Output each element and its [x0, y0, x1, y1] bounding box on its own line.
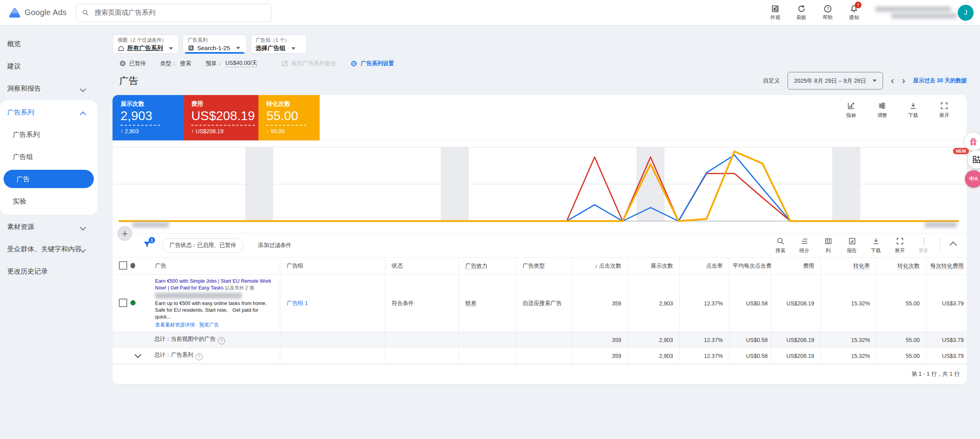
sidebar-item-insights[interactable]: 洞察和报告	[0, 77, 113, 99]
sum-ctr: 12.37%	[679, 348, 729, 364]
download-icon	[909, 101, 918, 110]
avatar[interactable]: J	[958, 5, 974, 21]
table-segment-button[interactable]: 细分	[794, 237, 814, 254]
table-expand-button[interactable]: 展开	[890, 237, 910, 254]
scorecard-label: 费用	[191, 100, 258, 108]
column-header-ad-strength[interactable]: 广告效力	[459, 258, 516, 275]
refresh-button[interactable]: 刷新	[791, 4, 812, 21]
notification-badge: !	[855, 2, 862, 8]
chevron-up-icon	[81, 112, 85, 120]
row-checkbox[interactable]	[119, 299, 127, 307]
campaign-settings-button[interactable]: 广告系列设置	[350, 60, 394, 67]
summary-label: 总计：当前视图中的广告	[154, 336, 215, 342]
column-header-status[interactable]: 状态	[385, 258, 459, 275]
column-header-ctr[interactable]: 点击率	[679, 258, 729, 275]
google-ads-logo[interactable]: Google Ads	[0, 7, 76, 18]
column-header-cost-per-conv[interactable]: 每次转化费用	[926, 258, 967, 275]
sidebar-item-experiments[interactable]: 实验	[0, 190, 97, 212]
chart-metrics-button[interactable]: 指标	[841, 101, 861, 140]
sidebar-item-audiences[interactable]: 受众群体、关键字和内容	[0, 238, 113, 260]
clicks-cell: 359	[572, 275, 628, 332]
help-circle-icon[interactable]: ?	[218, 337, 225, 344]
campaign-filter-label: 广告系列	[188, 37, 243, 44]
date-range-picker[interactable]: 2025年 8月 29日 – 9月 28日	[788, 72, 883, 89]
adgroup-filter-select[interactable]: 广告组（1 个） 选择广告组	[250, 35, 307, 54]
sidebar-item-assets[interactable]: 素材资源	[0, 216, 113, 238]
help-circle-icon[interactable]: ?	[196, 353, 203, 360]
ad-detail-links[interactable]: 查看素材资源详情 · 预览广告	[155, 322, 274, 328]
view-filter-select[interactable]: 视图（2 个过滤条件） 所有广告系列	[113, 35, 179, 54]
performance-chart[interactable]	[113, 141, 967, 233]
notifications-button[interactable]: ! 通知	[844, 4, 864, 21]
ad-description: Earn up to €500 with easy online tasks f…	[155, 300, 274, 321]
chevron-down-icon	[81, 227, 85, 235]
type-value: 搜索	[180, 60, 191, 67]
column-header-cost[interactable]: 费用	[771, 258, 821, 275]
table-header-row: 广告 广告组 状态 广告效力 广告类型 ↓点击次数 展示次数 点击率 平均每次点…	[113, 258, 967, 275]
sidebar-item-campaigns[interactable]: 广告系列	[0, 123, 97, 146]
sidebar-item-change-history[interactable]: 更改历史记录	[0, 260, 113, 282]
table-tool-label: 报告	[847, 247, 857, 254]
column-header-ad-type[interactable]: 广告类型	[516, 258, 572, 275]
collapse-table-button[interactable]	[947, 237, 960, 253]
campaign-paused-status[interactable]: 已暂停	[119, 60, 146, 67]
expand-summary-chevron[interactable]	[135, 351, 142, 358]
column-header-conversions[interactable]: 转化次数	[877, 258, 926, 275]
select-all-checkbox[interactable]	[119, 261, 127, 270]
chevron-up-icon	[949, 241, 957, 249]
sum-avg-cpc: US$0.58	[729, 348, 771, 364]
sidebar-item-recommendations[interactable]: 建议	[0, 55, 113, 77]
budget-value[interactable]: US$40.00/天	[225, 60, 257, 67]
column-header-conv-rate[interactable]: 转化率	[821, 258, 877, 275]
column-header-ad-group[interactable]: 广告组	[280, 258, 385, 275]
cost-per-conv-cell: US$3.79	[926, 275, 967, 332]
sum-cost: US$208.19	[771, 332, 821, 348]
global-search[interactable]	[76, 4, 272, 22]
search-icon	[82, 9, 89, 16]
global-search-input[interactable]	[94, 8, 266, 17]
ad-group-link[interactable]: 广告组 1	[287, 300, 308, 306]
ad-strength-cell[interactable]: 较差	[465, 300, 476, 307]
translate-extension-button[interactable]: 中A	[965, 170, 980, 188]
next-period-button[interactable]: ›	[902, 76, 905, 85]
campaign-budget[interactable]: 预算： US$40.00/天	[206, 60, 257, 67]
sidebar-item-ad-groups[interactable]: 广告组	[0, 146, 97, 168]
previous-period-button[interactable]: ‹	[891, 76, 894, 85]
sidebar-item-campaigns-group[interactable]: 广告系列	[0, 101, 97, 123]
column-header-impressions[interactable]: 展示次数	[628, 258, 679, 275]
chart-download-button[interactable]: 下载	[903, 101, 923, 140]
sidebar-item-label: 概览	[7, 39, 21, 49]
chevron-down-icon	[81, 249, 85, 257]
ad-status-filter-chip[interactable]: 广告状态：已启用、已暂停	[162, 238, 244, 253]
column-header-ad[interactable]: 广告	[146, 258, 280, 275]
help-button[interactable]: ? 帮助	[817, 4, 838, 21]
show-last-30-days-link[interactable]: 显示过去 30 天的数据	[913, 77, 967, 84]
enabled-status-dot[interactable]	[130, 300, 136, 305]
scorecard-label: 转化次数	[266, 100, 320, 108]
appearance-button[interactable]: 外观	[765, 4, 786, 21]
dropdown-arrow-icon	[169, 47, 173, 50]
table-report-button[interactable]: 报告	[842, 237, 862, 254]
sidebar-item-label: 受众群体、关键字和内容	[7, 245, 82, 254]
filter-funnel-button[interactable]: 1	[143, 240, 151, 251]
campaign-type: 类型： 搜索	[160, 60, 191, 67]
scorecard-cost[interactable]: 费用 US$208.19 ↑ US$208.19	[183, 95, 258, 140]
add-ad-button[interactable]: +	[117, 226, 132, 241]
scorecard-conversions[interactable]: 转化次数 55.00 ↑ 55.00	[258, 95, 320, 140]
chart-adjust-button[interactable]: 调整	[872, 101, 892, 140]
table-search-button[interactable]: 搜索	[770, 237, 790, 254]
sum-impressions: 2,903	[628, 348, 679, 364]
column-header-clicks-sorted[interactable]: ↓点击次数	[572, 258, 628, 275]
sidebar-item-overview[interactable]: 概览	[0, 33, 113, 55]
add-filter-button[interactable]: 添加过滤条件	[258, 242, 291, 249]
svg-text:?: ?	[827, 6, 829, 11]
table-download-button[interactable]: 下载	[866, 237, 886, 254]
scorecard-impressions[interactable]: 展示次数 2,903 ↑ 2,903	[113, 95, 183, 140]
column-header-avg-cpc[interactable]: 平均每次点击费	[729, 258, 771, 275]
chart-expand-button[interactable]: 展开	[934, 101, 954, 140]
campaign-filter-select[interactable]: 广告系列 Search-1-25	[182, 35, 247, 54]
sidebar-item-ads-selected[interactable]: 广告	[4, 170, 94, 188]
table-columns-button[interactable]: 列	[818, 237, 838, 254]
campaign-status-bar: 已暂停 类型： 搜索 预算： US$40.00/天 模拟广告系列更改	[119, 60, 967, 67]
table-toolbar: + 1 广告状态：已启用、已暂停 添加过滤条件	[113, 233, 967, 257]
